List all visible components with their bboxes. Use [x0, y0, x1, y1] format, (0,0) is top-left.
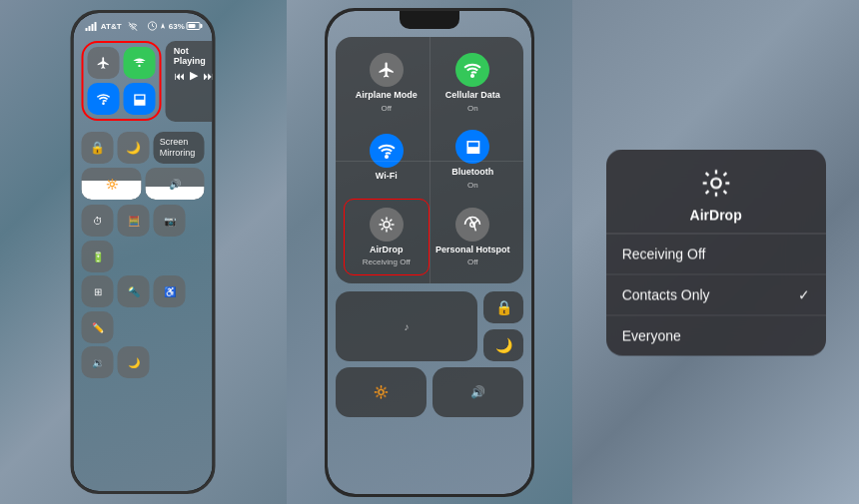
- next-btn[interactable]: ⏭: [203, 70, 213, 82]
- dnd-btn-2[interactable]: 🌙: [483, 329, 523, 361]
- connectivity-grid: Airplane Mode Off Cellular Data On: [336, 37, 523, 283]
- svg-point-8: [711, 178, 720, 187]
- everyone-label: Everyone: [622, 327, 681, 343]
- now-playing-title: Not Playing: [174, 46, 213, 66]
- contacts-only-label: Contacts Only: [622, 286, 710, 302]
- screen-mirroring-label: ScreenMirroring: [160, 137, 196, 159]
- airplane-mode-btn[interactable]: [88, 47, 120, 79]
- calculator-btn[interactable]: 🧮: [118, 205, 150, 237]
- volume-slider[interactable]: 🔊: [145, 168, 205, 200]
- now-playing-widget: Not Playing ⏮ ▶ ⏭: [166, 41, 213, 122]
- airdrop-popup-title: AirDrop: [690, 207, 742, 223]
- cellular-btn[interactable]: [124, 47, 156, 79]
- pencil-btn[interactable]: ✏️: [82, 311, 114, 343]
- wifi-icon: [128, 22, 137, 31]
- brightness-slider-2[interactable]: 🔆: [336, 367, 427, 417]
- phone-frame-1: AT&T 63%: [71, 10, 216, 494]
- status-bar-1: AT&T 63%: [74, 13, 213, 33]
- airplane-label: Airplane Mode: [356, 90, 418, 101]
- flashlight-btn[interactable]: 🔦: [118, 275, 150, 307]
- rotation-lock-btn[interactable]: 🔒: [82, 132, 114, 164]
- rotation-btn-2[interactable]: 🔒: [483, 291, 523, 323]
- qr-btn[interactable]: ⊞: [82, 275, 114, 307]
- hotspot-item[interactable]: Personal Hotspot Off: [430, 199, 516, 276]
- battery-status-btn[interactable]: 🔋: [82, 241, 114, 272]
- svg-point-2: [139, 65, 141, 67]
- bluetooth-sub: On: [467, 181, 478, 190]
- receiving-off-label: Receiving Off: [622, 246, 706, 261]
- do-not-disturb-btn[interactable]: 🌙: [118, 132, 150, 164]
- everyone-option[interactable]: Everyone: [606, 315, 826, 355]
- bluetooth-btn[interactable]: ⬓: [124, 83, 156, 115]
- bluetooth-item[interactable]: ⬓ Bluetooth On: [430, 122, 516, 198]
- svg-point-5: [386, 156, 388, 158]
- battery-icon: [187, 22, 201, 30]
- airdrop-item[interactable]: AirDrop Receiving Off: [344, 199, 430, 276]
- svg-point-6: [384, 222, 390, 228]
- cellular-label: Cellular Data: [445, 90, 500, 101]
- wifi-item[interactable]: Wi-Fi: [344, 122, 430, 198]
- signal-icon: [86, 22, 97, 31]
- contacts-checkmark: ✓: [798, 286, 810, 302]
- svg-marker-1: [161, 23, 165, 29]
- cellular-item[interactable]: Cellular Data On: [430, 45, 516, 121]
- play-btn[interactable]: ▶: [190, 69, 198, 82]
- wifi-btn[interactable]: [88, 83, 120, 115]
- notch: [400, 11, 459, 29]
- panel-3: AirDrop Receiving Off Contacts Only ✓ Ev…: [572, 0, 859, 504]
- airdrop-popup-icon: [698, 165, 734, 201]
- sleep-btn[interactable]: 🌙: [118, 346, 150, 378]
- battery-label: 63%: [169, 22, 185, 31]
- airdrop-header: AirDrop: [606, 149, 826, 234]
- airplane-sub: Off: [381, 104, 392, 113]
- cellular-sub: On: [467, 104, 478, 113]
- clock-icon: [148, 21, 158, 31]
- connectivity-group: ⬓: [82, 41, 162, 121]
- playback-controls: ⏮ ▶ ⏭: [174, 69, 213, 82]
- bluetooth-label: Bluetooth: [451, 167, 493, 178]
- airdrop-label: AirDrop: [370, 245, 404, 255]
- svg-point-3: [103, 103, 104, 104]
- wifi-label: Wi-Fi: [376, 171, 398, 182]
- music-widget[interactable]: ♪: [336, 291, 477, 361]
- receiving-off-option[interactable]: Receiving Off: [606, 234, 826, 274]
- panel-2: Airplane Mode Off Cellular Data On: [287, 0, 573, 504]
- accessibility-btn[interactable]: ♿: [154, 275, 186, 307]
- prev-btn[interactable]: ⏮: [174, 70, 185, 82]
- volume-slider-2[interactable]: 🔊: [432, 367, 523, 417]
- airplane-mode-item[interactable]: Airplane Mode Off: [344, 45, 430, 121]
- hotspot-label: Personal Hotspot: [435, 245, 510, 255]
- location-icon: [160, 21, 167, 31]
- contacts-only-option[interactable]: Contacts Only ✓: [606, 274, 826, 315]
- brightness-slider[interactable]: 🔆: [82, 168, 142, 200]
- volume2-btn[interactable]: 🔉: [82, 346, 114, 378]
- airdrop-sub: Receiving Off: [363, 257, 411, 266]
- timer-btn[interactable]: ⏱: [82, 205, 114, 237]
- hotspot-sub: Off: [467, 257, 478, 266]
- carrier-label: AT&T: [101, 22, 122, 31]
- airdrop-popup: AirDrop Receiving Off Contacts Only ✓ Ev…: [606, 149, 826, 355]
- svg-point-4: [471, 75, 473, 77]
- camera-btn[interactable]: 📷: [154, 205, 186, 237]
- panel-1: AT&T 63%: [0, 0, 287, 504]
- phone-frame-2: Airplane Mode Off Cellular Data On: [325, 8, 534, 497]
- screen-mirroring-btn[interactable]: ScreenMirroring: [154, 132, 205, 164]
- airdrop-options: Receiving Off Contacts Only ✓ Everyone: [606, 234, 826, 355]
